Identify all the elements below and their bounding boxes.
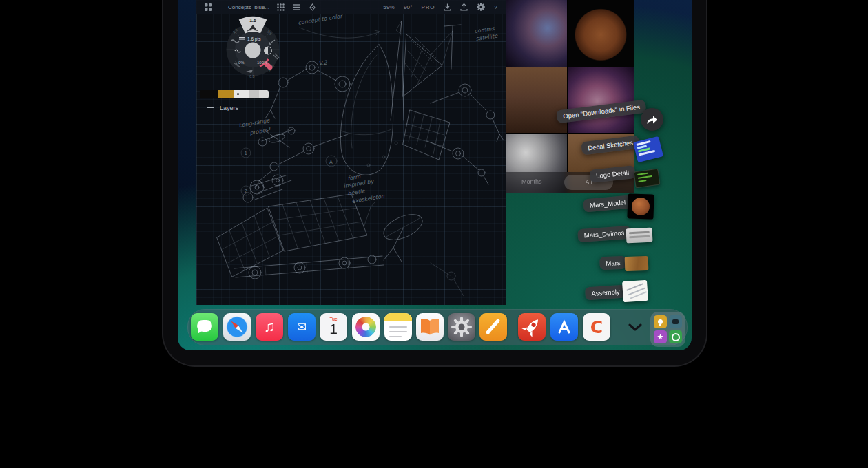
photo-thumbnail-mars-landscape[interactable] (506, 67, 567, 133)
swatch-gray[interactable] (249, 90, 259, 98)
opacity-max-label: 100% (257, 61, 268, 65)
annotation-marker-a: A (329, 160, 333, 165)
color-swatch-bar[interactable] (200, 90, 269, 98)
export-icon[interactable] (460, 3, 468, 11)
chevron-down-icon (628, 323, 642, 331)
rotation-value[interactable]: 90° (404, 4, 413, 10)
forward-arrow-icon (646, 115, 658, 125)
tool-wheel[interactable]: 1.6 1.3 3.5 14.5 6.8 1.6 pts (211, 8, 294, 91)
tab-months[interactable]: Months (521, 178, 542, 185)
drag-thumb-mars[interactable] (625, 256, 649, 271)
active-color-well[interactable] (245, 43, 261, 58)
photo-thumbnail-mars-globe[interactable] (568, 0, 634, 67)
svg-text:1.6 pts: 1.6 pts (247, 36, 261, 42)
music-note-icon: ♫ (264, 318, 276, 336)
dock-app-library-cluster[interactable]: ★ (650, 312, 685, 347)
pen-nib-icon[interactable] (309, 3, 316, 11)
pro-badge[interactable]: PRO (422, 4, 435, 10)
ipad-device-frame: concept to color V.2 comms satellite Lon… (163, 0, 706, 365)
dock-icon-music[interactable]: ♫ (256, 313, 283, 341)
ring-size-4: 6.8 (249, 74, 255, 78)
open-book-icon (416, 313, 444, 341)
dock-icon-photos[interactable] (352, 313, 380, 341)
drag-thumb-mars-model[interactable] (627, 193, 654, 219)
favorites-mini-icon: ★ (654, 330, 667, 343)
dock: ♫ ✉ Tue 1 (187, 309, 688, 345)
compass-icon (223, 313, 251, 341)
swatch-light-selected[interactable] (234, 90, 249, 98)
drag-thumb-logo-detail[interactable] (634, 169, 661, 189)
layers-label: Layers (220, 105, 238, 111)
drag-thumb-assembly[interactable] (622, 280, 648, 302)
rocket-icon (518, 313, 546, 341)
photo-thumbnail-nebula[interactable] (506, 0, 567, 67)
pen-icon (479, 313, 507, 341)
photo-thumbnail-orion-nebula[interactable] (568, 67, 634, 133)
drag-label-mars[interactable]: Mars (599, 256, 627, 270)
annotation-version: V.2 (318, 59, 328, 67)
swatch-gold[interactable] (218, 90, 234, 98)
gear-icon (448, 313, 475, 341)
dock-icon-notes[interactable] (384, 313, 412, 341)
drag-thumb-mars-deimos[interactable] (626, 228, 652, 244)
zoom-level[interactable]: 59% (383, 4, 395, 10)
dock-icon-messages[interactable] (191, 313, 218, 341)
dock-collapse-button[interactable] (624, 320, 646, 334)
tips-mini-icon (654, 315, 667, 328)
annotation-comms-2: satellite (475, 32, 499, 41)
import-icon[interactable] (444, 3, 451, 11)
dock-icon-linea-sketch[interactable] (479, 313, 507, 341)
annotation-form-3: beetle (347, 188, 366, 197)
dock-divider (513, 315, 513, 339)
photos-panel: Months All (506, 0, 634, 193)
concepts-canvas[interactable]: concept to color V.2 comms satellite Lon… (196, 0, 506, 305)
selected-size-label: 1.6 (249, 18, 256, 23)
dock-icon-concepts[interactable]: C (583, 313, 610, 341)
opacity-min-label: 0% (238, 61, 245, 65)
envelope-icon: ✉ (297, 320, 307, 334)
annotation-marker-2: 2 (245, 189, 247, 194)
settings-gear-icon[interactable] (477, 3, 485, 11)
chat-bubble-icon (197, 320, 212, 332)
swatch-black[interactable] (200, 90, 218, 98)
concepts-c-icon: C (590, 317, 603, 337)
dock-icon-app-store[interactable] (550, 313, 578, 341)
share-forward-button[interactable] (641, 108, 663, 131)
dock-icon-calendar[interactable]: Tue 1 (320, 313, 347, 341)
layers-button[interactable]: Layers (203, 103, 242, 114)
annotation-marker-1: 1 (245, 151, 247, 156)
dock-icon-rocket[interactable] (518, 313, 546, 341)
help-button[interactable]: ? (494, 4, 497, 10)
dock-icon-safari[interactable] (223, 313, 251, 341)
annotation-probes-2: probes! (249, 127, 271, 136)
dock-divider (614, 315, 614, 339)
annotation-concept-to-color: concept to color (298, 13, 344, 26)
swatch-lightgray[interactable] (259, 90, 269, 98)
app-store-a-icon (550, 313, 578, 341)
camera-mini-icon (669, 315, 682, 328)
layers-menu-icon (207, 105, 214, 111)
dock-icon-books[interactable] (416, 313, 444, 341)
ipad-screen: concept to color V.2 comms satellite Lon… (178, 0, 692, 350)
dock-icon-settings[interactable] (448, 313, 475, 341)
notes-header (384, 313, 412, 321)
dock-icon-mail[interactable]: ✉ (288, 313, 316, 341)
utility-mini-icon (669, 330, 682, 343)
photos-flower-icon (355, 317, 376, 337)
calendar-day: 1 (320, 321, 347, 337)
